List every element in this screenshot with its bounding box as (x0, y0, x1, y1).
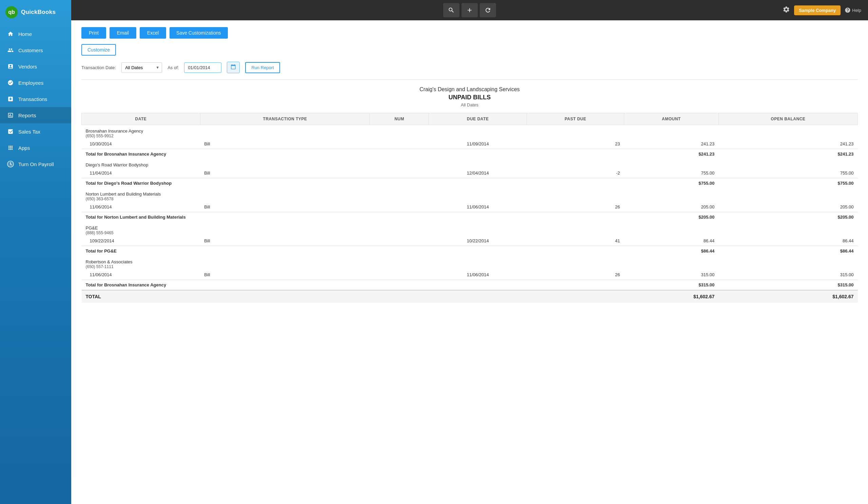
sales-tax-icon (7, 128, 14, 135)
vendor-phone: (650) 363-6578 (86, 197, 854, 201)
row-type: Bill (200, 270, 370, 280)
row-due-date: 12/04/2014 (429, 168, 527, 178)
sidebar-item-payroll-label: Turn On Payroll (18, 161, 54, 167)
email-button[interactable]: Email (110, 27, 136, 39)
vendor-total-amount: $241.23 (624, 149, 719, 159)
vendor-total-open-balance: $205.00 (719, 212, 857, 222)
row-due-date: 11/09/2014 (429, 139, 527, 149)
vendor-total-row: Total for Norton Lumbert and Building Ma… (82, 212, 858, 222)
qb-logo-icon: qb (6, 6, 18, 18)
row-type: Bill (200, 202, 370, 212)
refresh-button[interactable] (480, 3, 496, 17)
grand-total-label: TOTAL (82, 290, 624, 303)
search-button[interactable] (443, 3, 459, 17)
customize-section: Customize (81, 44, 858, 62)
vendor-total-open-balance: $755.00 (719, 178, 857, 188)
sidebar-item-employees[interactable]: Employees (0, 75, 71, 91)
col-transaction-type: TRANSACTION TYPE (200, 113, 370, 125)
row-date: 109/22/2014 (82, 236, 200, 246)
excel-button[interactable]: Excel (140, 27, 166, 39)
transaction-date-select[interactable]: All Dates (121, 62, 162, 73)
main-wrapper: Sample Company Help Print Email Excel Sa… (71, 0, 868, 504)
vendor-name: PG&E (86, 225, 854, 230)
vendor-name: Brosnahan Insurance Agency (86, 128, 854, 134)
sidebar-item-customers[interactable]: Customers (0, 42, 71, 58)
sidebar-item-home-label: Home (18, 31, 32, 37)
row-past-due: 26 (527, 270, 624, 280)
print-button[interactable]: Print (81, 27, 106, 39)
col-amount: AMOUNT (624, 113, 719, 125)
row-open-balance: 755.00 (719, 168, 857, 178)
help-label: Help (852, 8, 861, 13)
sidebar-item-home[interactable]: Home (0, 26, 71, 42)
sidebar-item-reports[interactable]: Reports (0, 107, 71, 123)
vendor-total-open-balance: $315.00 (719, 280, 857, 291)
row-past-due: 26 (527, 202, 624, 212)
table-header-row: DATE TRANSACTION TYPE NUM DUE DATE PAST … (82, 113, 858, 125)
add-button[interactable] (462, 3, 478, 17)
run-report-button[interactable]: Run Report (245, 62, 280, 73)
vendor-total-label: Total for PG&E (82, 246, 624, 256)
employees-icon (7, 79, 14, 86)
sidebar-item-apps[interactable]: Apps (0, 140, 71, 156)
sidebar-item-transactions-label: Transactions (18, 96, 47, 102)
sidebar-item-transactions[interactable]: Transactions (0, 91, 71, 107)
col-due-date: DUE DATE (429, 113, 527, 125)
date-select-wrapper: All Dates ▼ (121, 62, 162, 73)
sidebar-item-sales-tax-label: Sales Tax (18, 129, 40, 135)
row-date: 11/04/2014 (82, 168, 200, 178)
vendor-total-open-balance: $86.44 (719, 246, 857, 256)
sidebar-item-customers-label: Customers (18, 48, 43, 53)
row-date: 10/30/2014 (82, 139, 200, 149)
grand-total-row: TOTAL $1,602.67 $1,602.67 (82, 290, 858, 303)
filter-row: Transaction Date: All Dates ▼ As of: Run… (81, 62, 858, 73)
vendor-total-row: Total for Brosnahan Insurance Agency $24… (82, 149, 858, 159)
vendor-total-label: Total for Norton Lumbert and Building Ma… (82, 212, 624, 222)
help-button[interactable]: Help (845, 7, 861, 13)
report-container: Craig's Design and Landscaping Services … (81, 79, 858, 303)
vendor-total-amount: $86.44 (624, 246, 719, 256)
report-table: DATE TRANSACTION TYPE NUM DUE DATE PAST … (81, 113, 858, 303)
sidebar-item-payroll[interactable]: Turn On Payroll (0, 156, 71, 172)
vendor-name-row: Diego's Road Warrior Bodyshop (82, 159, 858, 168)
grand-total-amount: $1,602.67 (624, 290, 719, 303)
grand-total-open-balance: $1,602.67 (719, 290, 857, 303)
sidebar-item-reports-label: Reports (18, 113, 36, 118)
app-name: QuickBooks (21, 9, 55, 15)
table-row: 10/30/2014 Bill 11/09/2014 23 241.23 241… (82, 139, 858, 149)
company-button[interactable]: Sample Company (794, 6, 840, 15)
row-past-due: -2 (527, 168, 624, 178)
sidebar-item-vendors[interactable]: Vendors (0, 58, 71, 75)
vendor-name: Diego's Road Warrior Bodyshop (86, 162, 854, 167)
col-past-due: PAST DUE (527, 113, 624, 125)
row-past-due: 23 (527, 139, 624, 149)
vendor-total-amount: $205.00 (624, 212, 719, 222)
customize-button[interactable]: Customize (81, 44, 116, 55)
row-type: Bill (200, 168, 370, 178)
row-num (370, 202, 429, 212)
transactions-icon (7, 95, 14, 103)
row-num (370, 139, 429, 149)
as-of-date-input[interactable] (184, 62, 221, 73)
vendor-name-row: PG&E (888) 555-9465 (82, 222, 858, 236)
sidebar-navigation: Home Customers Vendors Employees (0, 24, 71, 504)
row-amount: 86.44 (624, 236, 719, 246)
table-row: 11/06/2014 Bill 11/06/2014 26 315.00 315… (82, 270, 858, 280)
transaction-date-label: Transaction Date: (81, 65, 116, 70)
settings-button[interactable] (783, 6, 790, 15)
col-num: NUM (370, 113, 429, 125)
vendor-name: Norton Lumbert and Building Materials (86, 191, 854, 197)
row-due-date: 10/22/2014 (429, 236, 527, 246)
row-open-balance: 315.00 (719, 270, 857, 280)
sidebar-item-sales-tax[interactable]: Sales Tax (0, 123, 71, 140)
vendor-name: Robertson & Associates (86, 259, 854, 264)
payroll-icon (7, 160, 14, 168)
row-open-balance: 205.00 (719, 202, 857, 212)
row-date: 11/06/2014 (82, 202, 200, 212)
save-customizations-button[interactable]: Save Customizations (169, 27, 228, 39)
action-toolbar: Print Email Excel Save Customizations (81, 27, 858, 39)
calendar-button[interactable] (227, 62, 240, 73)
apps-icon (7, 144, 14, 151)
reports-icon (7, 112, 14, 119)
row-open-balance: 241.23 (719, 139, 857, 149)
